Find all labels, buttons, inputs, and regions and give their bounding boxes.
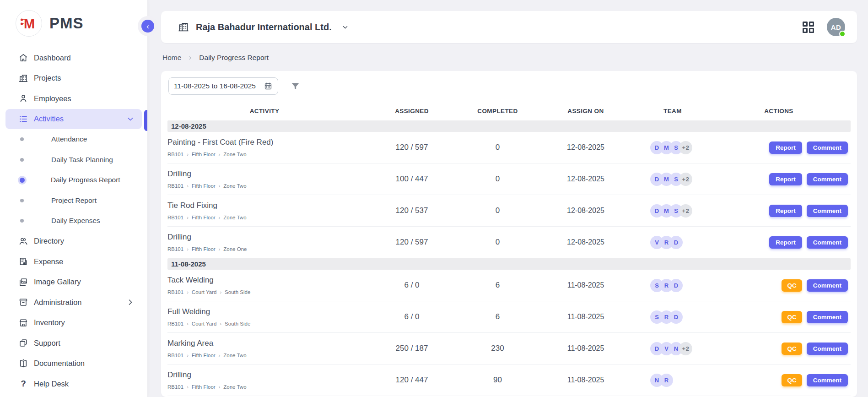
chevron-down-icon <box>341 23 350 32</box>
path-segment: Zone Two <box>223 384 246 390</box>
path-segment: Zone Two <box>223 152 246 157</box>
sidebar-item-label: Daily Expenses <box>51 217 100 225</box>
sidebar-item-attendance[interactable]: Attendance <box>0 129 147 150</box>
date-group-label: 11-08-2025 <box>171 260 206 268</box>
team-extra-count-badge: +2 <box>679 204 692 218</box>
bullet-icon <box>20 158 24 162</box>
path-separator-icon: › <box>187 247 189 252</box>
qc-button[interactable]: QC <box>782 343 802 355</box>
activity-cell: Marking AreaRB101›Fifth Floor›Zone Two <box>167 339 361 358</box>
activity-cell: Full WeldingRB101›Court Yard›South Side <box>167 307 361 326</box>
sidebar-item-daily-expenses[interactable]: Daily Expenses <box>0 211 147 231</box>
sidebar-item-expense[interactable]: Expense <box>0 251 147 272</box>
sidebar-item-dashboard[interactable]: Dashboard <box>0 48 147 68</box>
bullet-icon <box>20 199 24 202</box>
apps-grid-icon[interactable] <box>803 22 814 33</box>
sidebar-item-directory[interactable]: Directory <box>0 231 147 252</box>
date-range-input[interactable]: 11-08-2025 to 16-08-2025 <box>168 77 278 95</box>
employees-icon <box>18 93 28 103</box>
path-separator-icon: › <box>219 152 221 157</box>
team-member-avatar: D <box>669 279 683 292</box>
sidebar-item-administration[interactable]: Administration <box>0 292 147 313</box>
sidebar-item-label: Employees <box>34 94 71 103</box>
qc-button[interactable]: QC <box>782 374 802 386</box>
path-segment: Fifth Floor <box>192 353 216 358</box>
comment-button[interactable]: Comment <box>807 141 848 154</box>
table-row: DrillingRB101›Fifth Floor›Zone Two120 / … <box>167 364 851 396</box>
qc-button[interactable]: QC <box>782 311 802 323</box>
report-button[interactable]: Report <box>769 236 802 249</box>
activity-location-path: RB101›Fifth Floor›Zone Two <box>167 353 357 358</box>
activity-location-path: RB101›Court Yard›South Side <box>167 289 357 295</box>
completed-value: 6 <box>462 281 533 290</box>
comment-button[interactable]: Comment <box>807 311 848 323</box>
assigned-value: 120 / 447 <box>361 375 462 385</box>
pms-logo-icon: M <box>16 10 42 37</box>
report-button[interactable]: Report <box>769 173 802 185</box>
sidebar-item-projects[interactable]: Projects <box>0 68 147 89</box>
active-nav-indicator <box>144 110 147 131</box>
help-desk-icon: ? <box>18 379 28 389</box>
company-selector[interactable]: Raja Bahadur International Ltd. <box>178 21 350 33</box>
assign-on-date: 11-08-2025 <box>533 313 638 321</box>
activity-cell: DrillingRB101›Fifth Floor›Zone Two <box>167 370 361 390</box>
report-button[interactable]: Report <box>769 141 802 154</box>
team-cell: DMS+2 <box>638 141 707 154</box>
activity-title: Full Welding <box>167 307 357 316</box>
qc-button[interactable]: QC <box>782 279 802 292</box>
actions-cell: QCComment <box>707 279 851 292</box>
comment-button[interactable]: Comment <box>807 279 848 292</box>
sidebar-item-documentation[interactable]: Documentation <box>0 353 147 374</box>
chevron-right-icon <box>187 55 193 61</box>
sidebar-item-label: Daily Task Planning <box>51 156 113 164</box>
sidebar-item-image-gallary[interactable]: Image Gallary <box>0 272 147 293</box>
comment-button[interactable]: Comment <box>807 205 848 217</box>
sidebar-item-project-report[interactable]: Project Report <box>0 190 147 211</box>
comment-button[interactable]: Comment <box>807 374 848 386</box>
avatar[interactable]: AD <box>827 18 845 36</box>
assign-on-date: 11-08-2025 <box>533 344 638 353</box>
actions-cell: QCComment <box>707 343 851 355</box>
sidebar-item-inventory[interactable]: Inventory <box>0 313 147 333</box>
sidebar-item-employees[interactable]: Employees <box>0 88 147 109</box>
team-member-avatar: D <box>669 310 683 324</box>
table-row: Tie Rod FixingRB101›Fifth Floor›Zone Two… <box>167 195 851 227</box>
team-extra-count-badge: +2 <box>679 141 692 154</box>
date-group-header: 11-08-2025 <box>167 258 851 270</box>
assigned-value: 6 / 0 <box>361 281 462 290</box>
path-segment: Fifth Floor <box>192 384 216 390</box>
breadcrumb-home[interactable]: Home <box>162 54 181 62</box>
assigned-value: 100 / 447 <box>361 174 462 184</box>
sidebar-item-label: Administration <box>34 298 82 307</box>
sidebar-item-daily-progress-report[interactable]: Daily Progress Report <box>0 170 147 190</box>
date-group-header: 12-08-2025 <box>167 120 851 132</box>
sidebar-item-activities[interactable]: Activities <box>5 109 142 130</box>
sidebar-item-daily-task-planning[interactable]: Daily Task Planning <box>0 150 147 170</box>
table-body: 12-08-2025Painting - First Coat (Fire Re… <box>167 120 851 396</box>
filter-funnel-icon[interactable] <box>290 81 301 92</box>
comment-button[interactable]: Comment <box>807 236 848 249</box>
completed-value: 0 <box>462 174 533 184</box>
sidebar-item-label: Image Gallary <box>34 277 81 286</box>
comment-button[interactable]: Comment <box>807 173 848 185</box>
sidebar-item-support[interactable]: Support <box>0 333 147 353</box>
activity-cell: DrillingRB101›Fifth Floor›Zone Two <box>167 169 361 189</box>
assign-on-date: 12-08-2025 <box>533 143 638 152</box>
sidebar-item-help-desk[interactable]: ?Help Desk <box>0 374 147 394</box>
sidebar-collapse-button[interactable]: ‹ <box>141 20 154 33</box>
activity-location-path: RB101›Fifth Floor›Zone Two <box>167 183 357 189</box>
table-row: Marking AreaRB101›Fifth Floor›Zone Two25… <box>167 333 851 364</box>
projects-icon <box>18 73 28 83</box>
chevron-right-icon <box>125 297 135 307</box>
actions-cell: QCComment <box>707 374 851 386</box>
report-button[interactable]: Report <box>769 205 802 217</box>
comment-button[interactable]: Comment <box>807 343 848 355</box>
completed-value: 0 <box>462 206 533 215</box>
path-separator-icon: › <box>187 290 189 295</box>
activity-location-path: RB101›Fifth Floor›Zone Two <box>167 384 357 390</box>
support-icon <box>18 338 28 348</box>
path-separator-icon: › <box>219 353 221 358</box>
content-card: 11-08-2025 to 16-08-2025 ACTIVITYASSIGNE… <box>161 71 857 397</box>
breadcrumb: Home Daily Progress Report <box>162 54 269 62</box>
path-segment: RB101 <box>167 215 183 220</box>
